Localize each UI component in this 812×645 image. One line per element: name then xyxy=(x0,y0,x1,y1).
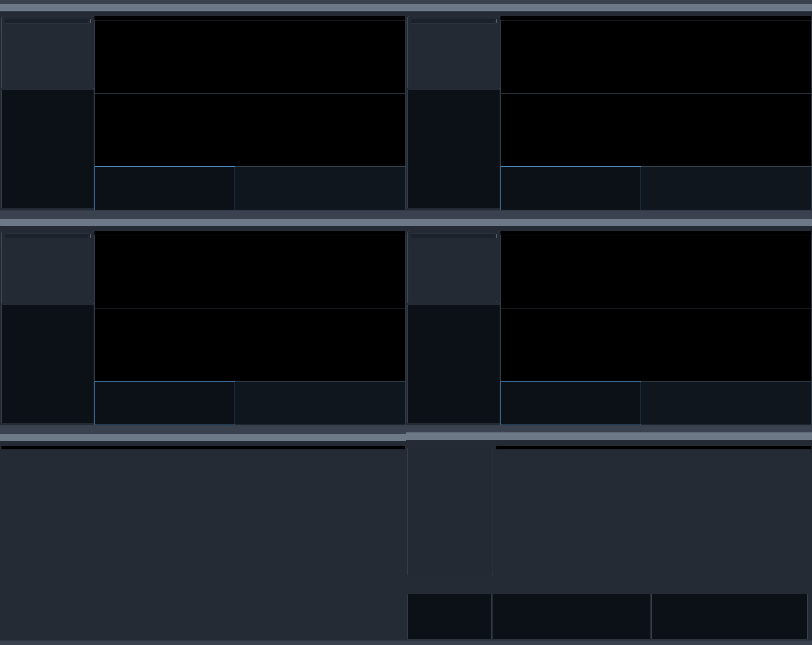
status-bar xyxy=(406,210,812,215)
reconstruction-controls xyxy=(408,447,493,576)
param-list xyxy=(410,245,498,302)
screen: ▼ ▼ ▼ xyxy=(0,0,812,645)
window-larmor: ▼ xyxy=(0,0,406,215)
sequence-selector[interactable]: ▼ xyxy=(4,233,91,238)
menu-bar xyxy=(0,0,406,4)
plot-window-title xyxy=(95,231,405,235)
toolbar xyxy=(0,434,406,441)
window-noise: ▼ xyxy=(406,0,812,215)
status-bar xyxy=(0,640,406,645)
acquisition-history-list[interactable] xyxy=(95,381,235,425)
toolbar xyxy=(0,4,406,11)
multiplot-window-title xyxy=(2,446,405,450)
values-table xyxy=(235,166,406,210)
console-log[interactable] xyxy=(2,305,94,423)
plot-spectrum[interactable] xyxy=(95,93,406,166)
plot-rabi-spinecho[interactable] xyxy=(501,308,812,381)
plot-window-title xyxy=(95,16,405,20)
acquisition-history-list[interactable] xyxy=(95,166,235,210)
values-table xyxy=(235,381,406,425)
plot-rabi-fid[interactable] xyxy=(501,235,812,308)
sequence-config-box: ▼ xyxy=(2,16,94,89)
console-log[interactable] xyxy=(408,305,500,423)
sequence-selector[interactable]: ▼ xyxy=(4,18,91,23)
toolbar xyxy=(0,219,406,226)
sequence-selector[interactable]: ▼ xyxy=(410,18,497,23)
status-bar xyxy=(0,425,406,430)
menu-bar xyxy=(406,0,812,4)
chevron-down-icon: ▼ xyxy=(86,234,90,238)
window-rabiflops: ▼ xyxy=(406,215,812,430)
param-list xyxy=(410,30,498,87)
values-table xyxy=(641,381,812,425)
plot-noise-time[interactable] xyxy=(501,20,812,93)
plot-echo[interactable] xyxy=(95,20,406,93)
chevron-down-icon: ▼ xyxy=(86,19,90,23)
param-list xyxy=(4,30,92,87)
plot-window-title xyxy=(501,16,811,20)
operations-info-box xyxy=(652,594,807,639)
toolbar xyxy=(406,219,812,226)
acquisition-history-list[interactable] xyxy=(501,166,641,210)
plot-window-title xyxy=(501,231,811,235)
sequence-config-box: ▼ xyxy=(408,16,500,89)
reconstruction-history-list[interactable] xyxy=(493,594,650,639)
menu-bar xyxy=(0,430,406,434)
status-bar xyxy=(0,210,406,215)
status-bar xyxy=(406,425,812,430)
sequence-config-box: ▼ xyxy=(2,231,94,304)
toolbar xyxy=(406,433,812,440)
multiplot-window-title xyxy=(496,446,811,450)
plot-noise-spectrum[interactable] xyxy=(501,93,812,166)
menu-bar xyxy=(406,430,812,433)
status-bar xyxy=(406,640,812,645)
menu-bar xyxy=(0,215,406,219)
param-list xyxy=(4,245,92,302)
console-log[interactable] xyxy=(408,90,500,208)
window-multiplot-images xyxy=(0,430,406,645)
window-shimming: ▼ xyxy=(0,215,406,430)
chevron-down-icon: ▼ xyxy=(492,19,496,23)
toolbar xyxy=(406,4,812,11)
reconstruction-console[interactable] xyxy=(408,594,491,639)
chevron-down-icon: ▼ xyxy=(492,234,496,238)
console-log[interactable] xyxy=(2,90,94,208)
acquisition-history-list[interactable] xyxy=(501,381,641,425)
window-reconstruction xyxy=(406,430,812,645)
sequence-selector[interactable]: ▼ xyxy=(410,233,497,238)
sequence-config-box: ▼ xyxy=(408,231,500,304)
values-table xyxy=(641,166,812,210)
plot-fwhm[interactable] xyxy=(95,308,406,381)
plot-spectrum-amplitude[interactable] xyxy=(95,235,406,308)
menu-bar xyxy=(406,215,812,219)
